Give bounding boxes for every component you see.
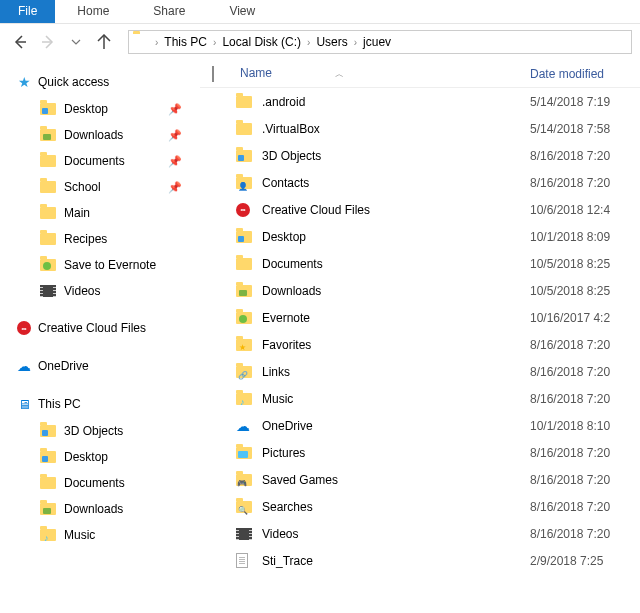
chevron-right-icon[interactable]: › — [305, 37, 312, 48]
sidebar-item[interactable]: Downloads — [0, 496, 200, 522]
tab-view[interactable]: View — [207, 0, 277, 23]
sidebar-item-label: Music — [64, 528, 95, 542]
up-button[interactable] — [92, 30, 116, 54]
file-row[interactable]: Desktop10/1/2018 8:09 — [200, 223, 640, 250]
sidebar-item[interactable]: Videos — [0, 278, 200, 304]
folder-icon — [40, 529, 56, 541]
file-name: OneDrive — [256, 419, 530, 433]
creative-cloud-icon: ∞ — [236, 203, 250, 217]
file-row[interactable]: Saved Games8/16/2018 7:20 — [200, 466, 640, 493]
crumb-jcuev[interactable]: jcuev — [359, 35, 395, 49]
crumb-local-disk[interactable]: Local Disk (C:) — [218, 35, 305, 49]
column-headers: Name ︿ Date modified — [200, 60, 640, 88]
file-row[interactable]: Sti_Trace2/9/2018 7:25 — [200, 547, 640, 574]
back-button[interactable] — [8, 30, 32, 54]
sidebar-item[interactable]: Downloads📌 — [0, 122, 200, 148]
this-pc-group[interactable]: 🖥 This PC — [0, 390, 200, 418]
file-date: 10/5/2018 8:25 — [530, 284, 640, 298]
select-all-checkbox[interactable] — [212, 67, 236, 81]
sidebar-item-label: Save to Evernote — [64, 258, 156, 272]
sidebar-item[interactable]: School📌 — [0, 174, 200, 200]
file-name: .android — [256, 95, 530, 109]
crumb-this-pc[interactable]: This PC — [160, 35, 211, 49]
file-date: 8/16/2018 7:20 — [530, 338, 640, 352]
pin-icon: 📌 — [168, 155, 182, 168]
file-row[interactable]: Videos8/16/2018 7:20 — [200, 520, 640, 547]
folder-icon — [236, 312, 252, 324]
pin-icon: 📌 — [168, 129, 182, 142]
recent-dropdown[interactable] — [64, 30, 88, 54]
file-row[interactable]: ☁OneDrive10/1/2018 8:10 — [200, 412, 640, 439]
folder-icon — [40, 233, 56, 245]
sidebar-item[interactable]: Main — [0, 200, 200, 226]
folder-icon — [40, 503, 56, 515]
crumb-users[interactable]: Users — [312, 35, 351, 49]
tab-share[interactable]: Share — [131, 0, 207, 23]
file-row[interactable]: Evernote10/16/2017 4:2 — [200, 304, 640, 331]
file-row[interactable]: Music8/16/2018 7:20 — [200, 385, 640, 412]
sidebar-item-label: Downloads — [64, 128, 123, 142]
chevron-right-icon[interactable]: › — [211, 37, 218, 48]
sidebar-item[interactable]: Recipes — [0, 226, 200, 252]
tab-home[interactable]: Home — [55, 0, 131, 23]
onedrive-label: OneDrive — [38, 359, 89, 373]
sidebar-item-label: Desktop — [64, 102, 108, 116]
onedrive-group[interactable]: ☁ OneDrive — [0, 352, 200, 380]
file-name: Downloads — [256, 284, 530, 298]
column-name[interactable]: Name ︿ — [236, 66, 530, 81]
file-row[interactable]: 3D Objects8/16/2018 7:20 — [200, 142, 640, 169]
folder-icon — [40, 451, 56, 463]
file-row[interactable]: Documents10/5/2018 8:25 — [200, 250, 640, 277]
sidebar-item[interactable]: Music — [0, 522, 200, 548]
main-area: ★ Quick access Desktop📌Downloads📌Documen… — [0, 60, 640, 613]
document-icon — [236, 553, 248, 568]
nav-toolbar: › This PC › Local Disk (C:) › Users › jc… — [0, 24, 640, 60]
file-date: 10/6/2018 12:4 — [530, 203, 640, 217]
file-row[interactable]: .android5/14/2018 7:19 — [200, 88, 640, 115]
file-row[interactable]: .VirtualBox5/14/2018 7:58 — [200, 115, 640, 142]
folder-icon — [133, 34, 149, 50]
file-row[interactable]: Downloads10/5/2018 8:25 — [200, 277, 640, 304]
quick-access-group[interactable]: ★ Quick access — [0, 68, 200, 96]
sidebar-item[interactable]: Save to Evernote — [0, 252, 200, 278]
file-date: 10/1/2018 8:09 — [530, 230, 640, 244]
folder-icon — [236, 231, 252, 243]
folder-icon — [40, 103, 56, 115]
folder-icon — [236, 339, 252, 351]
file-menu[interactable]: File — [0, 0, 55, 23]
file-name: Searches — [256, 500, 530, 514]
column-date[interactable]: Date modified — [530, 67, 640, 81]
address-bar[interactable]: › This PC › Local Disk (C:) › Users › jc… — [128, 30, 632, 54]
chevron-right-icon[interactable]: › — [352, 37, 359, 48]
sidebar-item[interactable]: Documents — [0, 470, 200, 496]
file-name: Saved Games — [256, 473, 530, 487]
file-row[interactable]: ∞Creative Cloud Files10/6/2018 12:4 — [200, 196, 640, 223]
file-name: Sti_Trace — [256, 554, 530, 568]
sidebar-item-label: Main — [64, 206, 90, 220]
creative-cloud-group[interactable]: ∞ Creative Cloud Files — [0, 314, 200, 342]
folder-icon — [236, 285, 252, 297]
file-name: Evernote — [256, 311, 530, 325]
sidebar-item[interactable]: Desktop — [0, 444, 200, 470]
sidebar-item-label: Videos — [64, 284, 100, 298]
file-row[interactable]: Pictures8/16/2018 7:20 — [200, 439, 640, 466]
sidebar-item[interactable]: Desktop📌 — [0, 96, 200, 122]
folder-icon — [40, 181, 56, 193]
quick-access-icon: ★ — [16, 74, 32, 90]
folder-icon — [40, 425, 56, 437]
file-date: 8/16/2018 7:20 — [530, 365, 640, 379]
videos-icon — [236, 528, 252, 540]
file-row[interactable]: Links8/16/2018 7:20 — [200, 358, 640, 385]
folder-icon — [40, 129, 56, 141]
chevron-right-icon[interactable]: › — [153, 37, 160, 48]
file-row[interactable]: Contacts8/16/2018 7:20 — [200, 169, 640, 196]
sidebar-item[interactable]: Documents📌 — [0, 148, 200, 174]
file-name: Contacts — [256, 176, 530, 190]
this-pc-label: This PC — [38, 397, 81, 411]
file-name: 3D Objects — [256, 149, 530, 163]
file-row[interactable]: Searches8/16/2018 7:20 — [200, 493, 640, 520]
forward-button[interactable] — [36, 30, 60, 54]
sidebar-item[interactable]: 3D Objects — [0, 418, 200, 444]
file-name: Favorites — [256, 338, 530, 352]
file-row[interactable]: Favorites8/16/2018 7:20 — [200, 331, 640, 358]
